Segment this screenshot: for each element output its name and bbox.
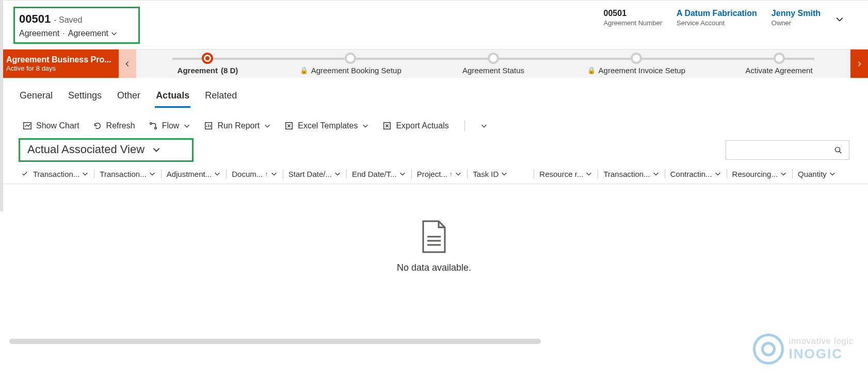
excel-templates-button[interactable]: Excel Templates [284, 121, 369, 130]
column-header-label: Quantity [798, 170, 827, 178]
run-report-button[interactable]: Run Report [204, 121, 271, 130]
tab-actuals[interactable]: Actuals [155, 87, 190, 108]
column-header-label: Contractin... [670, 170, 712, 178]
column-header[interactable]: Start Date/... [286, 170, 343, 178]
column-separator [226, 169, 227, 178]
excel-icon [284, 121, 294, 130]
tab-other[interactable]: Other [116, 87, 141, 108]
header-field-owner[interactable]: Jenny Smith Owner [771, 9, 821, 27]
bpf-stage-label: Activate Agreement [746, 66, 813, 75]
column-header[interactable]: End Date/T... [350, 170, 408, 178]
column-header[interactable]: Task ID [471, 170, 510, 178]
bpf-stage-marker [488, 53, 499, 64]
column-separator [792, 169, 793, 178]
refresh-icon [93, 121, 102, 130]
watermark-line1: innovative logic [789, 337, 854, 346]
watermark-line2: inogic [789, 346, 854, 362]
record-title-block: 00501 - Saved Agreement · Agreement [13, 7, 140, 44]
bpf-stage-agreement[interactable]: Agreement (8 D) [136, 49, 279, 78]
bpf-subtitle: Active for 8 days [6, 64, 112, 72]
export-button[interactable]: Export Actuals [382, 121, 448, 130]
chevron-down-icon [714, 170, 721, 177]
bpf-name: Agreement Business Pro... [6, 55, 112, 64]
chevron-down-icon [270, 170, 278, 177]
toolbar-overflow-button[interactable] [480, 122, 488, 129]
chevron-down-icon [501, 170, 508, 177]
column-header[interactable]: Quantity [796, 170, 838, 178]
bpf-stage-label: Agreement Invoice Setup [599, 66, 685, 75]
bpf-title-block[interactable]: Agreement Business Pro... Active for 8 d… [0, 49, 119, 78]
column-header[interactable]: Docum...↑ [230, 170, 280, 178]
chevron-down-icon [455, 170, 462, 177]
bpf-stage-activate[interactable]: Activate Agreement [708, 49, 850, 78]
header-field-value: Jenny Smith [771, 9, 821, 18]
lock-icon: 🔒 [300, 67, 308, 74]
bpf-stage-label: Agreement [178, 66, 218, 75]
form-selector[interactable]: Agreement [68, 29, 118, 38]
grid-search-input[interactable] [726, 140, 849, 160]
bpf-stages: Agreement (8 D) 🔒 Agreement Booking Setu… [136, 49, 850, 78]
chevron-down-icon [585, 170, 592, 177]
view-name: Actual Associated View [27, 143, 144, 156]
bpf-stage-status[interactable]: Agreement Status [422, 49, 565, 78]
bpf-stage-marker [631, 53, 642, 64]
column-header-label: Start Date/... [288, 170, 332, 178]
svg-point-1 [150, 123, 152, 125]
column-header[interactable]: Contractin... [668, 170, 724, 178]
column-separator [727, 169, 727, 178]
chevron-down-icon [110, 30, 118, 37]
chevron-down-icon [264, 122, 271, 129]
refresh-button[interactable]: Refresh [93, 121, 135, 130]
bpf-stage-invoice-setup[interactable]: 🔒 Agreement Invoice Setup [565, 49, 708, 78]
column-separator [346, 169, 347, 178]
header-field-value: 00501 [604, 9, 662, 18]
bpf-next-button[interactable] [850, 49, 868, 78]
grid-empty-state: No data available. [0, 184, 868, 294]
chevron-down-icon [152, 145, 161, 154]
tab-general[interactable]: General [19, 87, 54, 108]
column-header[interactable]: Project...↑ [415, 170, 464, 178]
column-header-label: End Date/T... [352, 170, 397, 178]
bpf-stage-marker [345, 53, 356, 64]
column-header[interactable]: Transaction... [98, 170, 157, 178]
column-header[interactable]: Transaction... [31, 170, 91, 178]
column-header-label: Adjustment... [167, 170, 212, 178]
header-expand-button[interactable] [835, 14, 844, 25]
bpf-stage-suffix: (8 D) [221, 66, 238, 75]
header-field-label: Service Account [677, 19, 757, 27]
tab-related[interactable]: Related [204, 87, 238, 108]
header-field-service-account[interactable]: A Datum Fabrication Service Account [677, 9, 757, 27]
column-separator [411, 169, 412, 178]
scrollbar-left [0, 0, 3, 211]
saved-status: - Saved [54, 15, 82, 25]
chevron-down-icon [183, 122, 190, 129]
svg-point-2 [154, 127, 156, 129]
form-selector-label: Agreement [68, 29, 108, 38]
form-tabs: General Settings Other Actuals Related [0, 78, 868, 108]
chevron-down-icon [780, 170, 787, 177]
business-process-flow: Agreement Business Pro... Active for 8 d… [0, 49, 868, 78]
column-separator [161, 169, 162, 178]
bpf-prev-button[interactable] [119, 49, 136, 78]
column-header[interactable]: Transaction... [601, 170, 661, 178]
chart-icon [23, 121, 32, 130]
subgrid-toolbar: Show Chart Refresh Flow Run Report Excel… [0, 108, 868, 134]
export-icon [382, 121, 392, 130]
show-chart-button[interactable]: Show Chart [23, 121, 79, 130]
select-all-checkbox[interactable] [19, 170, 31, 177]
check-icon [21, 170, 28, 177]
column-header-label: Resource r... [539, 170, 583, 178]
horizontal-scrollbar[interactable] [9, 339, 541, 344]
bpf-stage-marker [202, 53, 213, 64]
run-report-label: Run Report [217, 121, 260, 130]
column-header[interactable]: Resourcing... [730, 170, 789, 178]
view-selector[interactable]: Actual Associated View [19, 138, 194, 162]
tab-settings[interactable]: Settings [67, 87, 103, 108]
report-icon [204, 121, 213, 130]
flow-button[interactable]: Flow [149, 121, 191, 130]
column-header[interactable]: Adjustment... [165, 170, 223, 178]
bpf-stage-booking-setup[interactable]: 🔒 Agreement Booking Setup [279, 49, 422, 78]
column-header[interactable]: Resource r... [537, 170, 594, 178]
excel-templates-label: Excel Templates [298, 121, 358, 130]
watermark-logo-icon [753, 334, 784, 365]
